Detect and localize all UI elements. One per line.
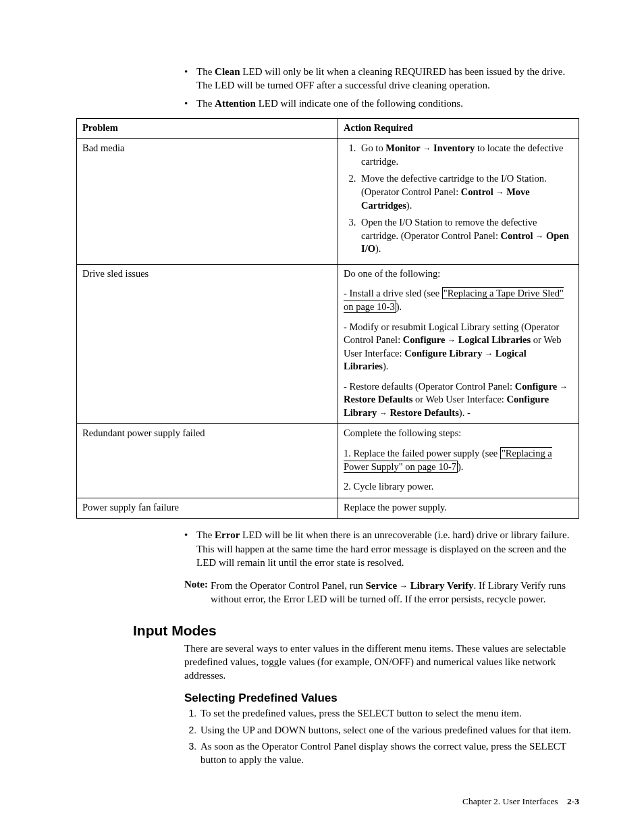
cross-reference-link[interactable]: "Replacing a Power Supply" on page 10-7 (344, 447, 552, 473)
cross-reference-link[interactable]: "Replacing a Tape Drive Sled" on page 10… (344, 287, 564, 313)
bullet-pre: The (196, 66, 215, 77)
bullet-pre: The (196, 98, 215, 109)
cell-action: Complete the following steps:1. Replace … (338, 424, 579, 498)
after-bullet-list: The Error LED will be lit when there is … (184, 528, 579, 569)
bold-text: Library Verify (410, 580, 474, 591)
cell-problem: Drive sled issues (77, 264, 338, 424)
intro-bullet-list: The Clean LED will only be lit when a cl… (184, 65, 579, 110)
arrow-icon: → (400, 581, 408, 591)
arrow-icon: → (423, 144, 431, 153)
table-row: Bad mediaGo to Monitor → Inventory to lo… (77, 139, 579, 265)
table-row: Redundant power supply failedComplete th… (77, 424, 579, 498)
bold-text: Inventory (433, 142, 475, 153)
list-item: To set the predefined values, press the … (199, 706, 579, 720)
list-item: As soon as the Operator Control Panel di… (199, 739, 579, 767)
bullet-bold: Attention (215, 98, 256, 109)
footer-chapter: Chapter 2. User Interfaces (462, 796, 558, 806)
list-item: Move the defective cartridge to the I/O … (358, 172, 573, 212)
section-paragraph: There are several ways to enter values i… (184, 642, 579, 683)
bold-text: Control (501, 230, 533, 241)
action-paragraph: Complete the following steps: (344, 427, 573, 440)
table-row: Power supply fan failureReplace the powe… (77, 498, 579, 519)
action-steps: Go to Monitor → Inventory to locate the … (344, 142, 573, 256)
bold-text: Restore Defaults (390, 407, 458, 418)
action-paragraph: Replace the power supply. (344, 501, 573, 515)
cell-action: Go to Monitor → Inventory to locate the … (338, 139, 579, 265)
cell-problem: Bad media (77, 139, 338, 265)
list-item: Using the UP and DOWN buttons, select on… (199, 723, 579, 737)
bold-text: Configure (403, 334, 446, 345)
subsection-heading: Selecting Predefined Values (184, 692, 579, 705)
action-paragraph: - Restore defaults (Operator Control Pan… (344, 380, 573, 420)
problem-action-table: Problem Action Required Bad mediaGo to M… (76, 118, 579, 519)
bullet-post: LED will be lit when there is an unrecov… (196, 529, 569, 568)
bold-text: Configure Library (404, 348, 482, 359)
arrow-icon: → (448, 336, 456, 345)
bullet-item: The Error LED will be lit when there is … (184, 528, 579, 569)
cell-problem: Power supply fan failure (77, 498, 338, 519)
bullet-post: LED will indicate one of the following c… (256, 98, 463, 109)
bullet-bold: Error (215, 529, 240, 540)
note-text: From the Operator Control Panel, run Ser… (211, 579, 579, 606)
bullet-post: LED will only be lit when a cleaning REQ… (196, 66, 565, 90)
footer-page-number: 2-3 (567, 796, 579, 806)
bullet-pre: The (196, 529, 215, 540)
bold-text: Service (366, 580, 398, 591)
action-paragraph: - Modify or resubmit Logical Library set… (344, 321, 573, 373)
th-action: Action Required (338, 118, 579, 139)
arrow-icon: → (496, 188, 504, 197)
note-label: Note: (184, 579, 211, 606)
action-paragraph: 2. Cycle library power. (344, 480, 573, 494)
bold-text: Move Cartridges (361, 186, 530, 211)
arrow-icon: → (535, 232, 543, 241)
note-block: Note: From the Operator Control Panel, r… (184, 579, 579, 606)
bold-text: Monitor (385, 142, 421, 153)
table-row: Drive sled issuesDo one of the following… (77, 264, 579, 424)
cell-action: Do one of the following:- Install a driv… (338, 264, 579, 424)
table-header-row: Problem Action Required (77, 118, 579, 139)
bold-text: Restore Defaults (344, 394, 412, 405)
action-paragraph: 1. Replace the failed power supply (see … (344, 447, 573, 473)
page-footer: Chapter 2. User Interfaces 2-3 (462, 796, 579, 807)
list-item: Open the I/O Station to remove the defec… (358, 216, 573, 256)
bold-text: Control (461, 186, 493, 197)
arrow-icon: → (560, 382, 568, 392)
bold-text: Logical Libraries (458, 334, 531, 345)
cell-problem: Redundant power supply failed (77, 424, 338, 498)
arrow-icon: → (379, 409, 387, 418)
bullet-item: The Attention LED will indicate one of t… (184, 97, 579, 110)
subsection-steps: To set the predefined values, press the … (184, 706, 579, 766)
section-heading: Input Modes (133, 623, 579, 639)
bullet-item: The Clean LED will only be lit when a cl… (184, 65, 579, 93)
action-paragraph: - Install a drive sled (see "Replacing a… (344, 287, 573, 313)
cell-action: Replace the power supply. (338, 498, 579, 519)
bullet-bold: Clean (215, 66, 240, 77)
list-item: Go to Monitor → Inventory to locate the … (358, 142, 573, 168)
action-paragraph: Do one of the following: (344, 267, 573, 281)
bold-text: Configure (515, 381, 558, 392)
arrow-icon: → (485, 349, 493, 359)
th-problem: Problem (77, 118, 338, 139)
